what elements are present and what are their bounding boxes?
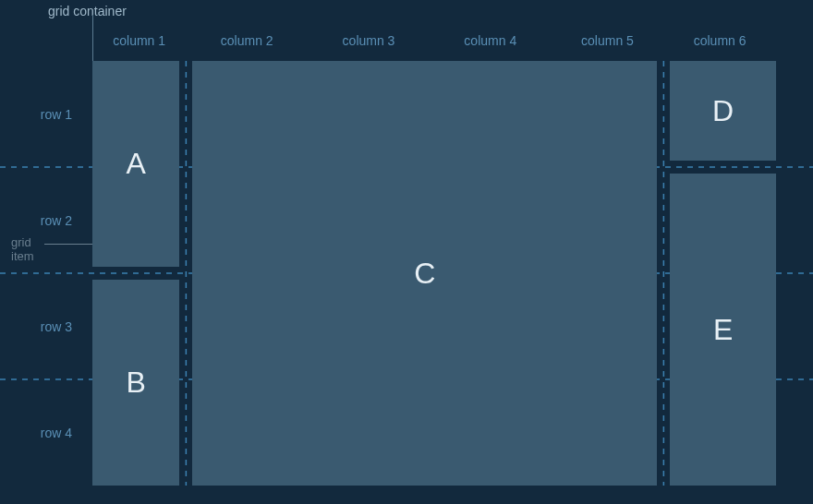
column-labels: column 1column 2column 3column 4column 5…: [92, 33, 776, 48]
column-label: column 1: [92, 33, 186, 48]
grid-item-A: A: [92, 61, 179, 267]
column-label: column 2: [186, 33, 308, 48]
column-label: column 6: [663, 33, 776, 48]
grid-item-C: C: [192, 61, 657, 486]
column-label: column 3: [308, 33, 430, 48]
grid-item-B: B: [92, 280, 179, 486]
grid-item-D: D: [670, 61, 776, 161]
grid-diagram: ABCDE: [92, 61, 776, 486]
grid-container-label: grid container: [48, 4, 127, 18]
column-label: column 4: [430, 33, 552, 48]
grid-item-E: E: [670, 174, 776, 486]
column-label: column 5: [552, 33, 664, 48]
